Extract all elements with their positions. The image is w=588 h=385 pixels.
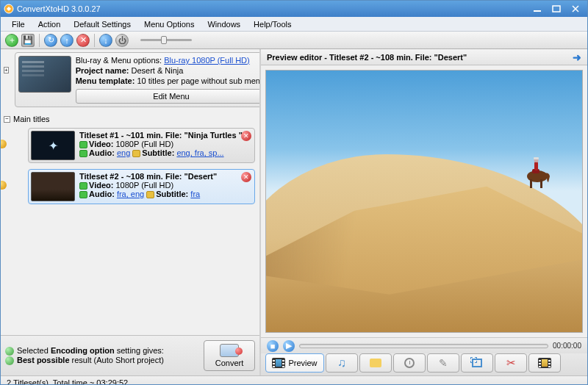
menu-bar: File Action Default Settings Menu Option… — [1, 17, 587, 32]
download-button[interactable]: ↓ — [99, 34, 112, 47]
play-button[interactable]: ▶ — [283, 340, 295, 352]
collapse-icon[interactable]: − — [4, 116, 10, 123]
seek-bar[interactable] — [299, 344, 548, 348]
bluray-options-label: Blu-ray & Menu options: — [76, 56, 162, 65]
zoom-slider[interactable] — [140, 39, 192, 41]
preview-header: Preview editor - Titleset #2 - ~108 min.… — [261, 49, 587, 65]
add-mini-icon[interactable] — [1, 181, 7, 190]
delete-titleset-button[interactable]: ✕ — [241, 172, 251, 182]
time-display: 00:00:00 — [553, 342, 581, 350]
power-button[interactable]: ⏻ — [115, 34, 129, 47]
audio-link[interactable]: fra, eng — [117, 190, 144, 198]
project-tree: + Blu-ray & Menu options: Blu-ray 1080P … — [1, 49, 259, 335]
delete-titleset-button[interactable]: ✕ — [241, 131, 251, 141]
minimize-button[interactable] — [528, 3, 546, 15]
bluray-options-link[interactable]: Blu-ray 1080P (Full HD) — [164, 56, 250, 65]
clock-icon — [403, 358, 416, 368]
audio-label: Audio: — [89, 190, 115, 198]
right-panel: Preview editor - Titleset #2 - ~108 min.… — [261, 49, 587, 375]
tab-resize[interactable] — [461, 353, 493, 373]
status-dot-icon — [5, 347, 14, 356]
add-mini-icon[interactable] — [1, 140, 7, 148]
video-value: 1080P (Full HD) — [115, 181, 173, 190]
titleset-header: Titleset #2 - ~108 min. File: "Desert" — [79, 172, 217, 181]
svg-rect-1 — [534, 10, 541, 12]
audio-link[interactable]: eng — [117, 148, 130, 157]
subtitle-badge-icon — [132, 150, 140, 157]
video-label: Video: — [89, 140, 113, 148]
project-box: Blu-ray & Menu options: Blu-ray 1080P (F… — [15, 52, 259, 107]
convert-icon — [220, 344, 239, 357]
tab-chapters[interactable] — [393, 353, 426, 373]
svg-rect-4 — [530, 179, 532, 188]
project-name-label: Project name: — [76, 66, 129, 75]
project-name-value: Desert & Ninja — [131, 66, 183, 75]
subtitle-label: Subtitle: — [156, 190, 188, 198]
up-button[interactable]: ↑ — [60, 34, 74, 47]
menu-template-label: Menu template: — [76, 76, 135, 85]
menu-thumbnail — [18, 56, 71, 93]
stop-button[interactable]: ■ — [267, 340, 279, 352]
svg-rect-2 — [553, 6, 560, 12]
project-info: Blu-ray & Menu options: Blu-ray 1080P (F… — [76, 56, 259, 104]
status-text: 2 Titleset(s), Total time ~ 03:29:52 — [7, 378, 128, 386]
filmstrip-icon — [538, 358, 551, 368]
subtitle-link[interactable]: eng, fra, sp... — [176, 148, 223, 157]
svg-rect-5 — [540, 179, 542, 188]
subtitle-badge-icon — [146, 191, 154, 198]
convert-label: Convert — [215, 359, 244, 367]
menu-file[interactable]: File — [5, 18, 32, 30]
separator — [94, 34, 95, 47]
menu-options[interactable]: Menu Options — [137, 18, 201, 30]
menu-action[interactable]: Action — [32, 18, 68, 30]
main-titles-node: − Main titles + Titleset #1 - ~101 min. … — [4, 113, 255, 204]
tab-subtitles[interactable] — [359, 353, 392, 373]
menu-help[interactable]: Help/Tools — [247, 18, 298, 30]
main-titles-label: Main titles — [13, 115, 50, 123]
left-panel: + Blu-ray & Menu options: Blu-ray 1080P … — [1, 49, 261, 375]
toolbar: ＋ 💾 ↻ ↑ ✕ ↓ ⏻ — [1, 32, 587, 49]
main-area: + Blu-ray & Menu options: Blu-ray 1080P … — [1, 49, 587, 375]
video-label: Video: — [89, 181, 113, 190]
preview-viewport[interactable] — [265, 70, 583, 333]
convert-button[interactable]: Convert — [204, 340, 255, 371]
add-button[interactable]: ＋ — [5, 34, 18, 47]
left-footer: Selected Encoding option setting gives: … — [1, 335, 259, 375]
tab-label: Preview — [288, 359, 317, 367]
tab-preview[interactable]: Preview — [265, 353, 324, 373]
scissors-icon: ✂ — [504, 358, 517, 368]
player-controls: ■ ▶ 00:00:00 — [261, 337, 587, 353]
subtitle-label: Subtitle: — [142, 148, 174, 157]
expand-icon[interactable]: + — [4, 67, 9, 73]
audio-badge-icon — [79, 150, 87, 157]
video-badge-icon — [79, 182, 87, 190]
audio-badge-icon — [79, 191, 87, 198]
maximize-button[interactable] — [548, 3, 565, 15]
edit-menu-button[interactable]: Edit Menu — [76, 89, 259, 104]
close-button[interactable] — [567, 3, 584, 15]
titleset-thumbnail — [31, 131, 75, 160]
menu-default-settings[interactable]: Default Settings — [67, 18, 137, 30]
titleset-1[interactable]: Titleset #1 - ~101 min. File: "Ninja Tur… — [28, 128, 255, 163]
tab-effects[interactable]: ✎ — [427, 353, 459, 373]
save-button[interactable]: 💾 — [21, 34, 35, 47]
refresh-button[interactable]: ↻ — [44, 34, 57, 47]
tab-audio[interactable]: ♫ — [326, 353, 358, 373]
subtitle-link[interactable]: fra — [190, 190, 200, 198]
status-bar: 2 Titleset(s), Total time ~ 03:29:52 — [1, 375, 587, 385]
status-dot-icon — [5, 356, 14, 365]
subtitle-icon — [369, 358, 382, 368]
menu-windows[interactable]: Windows — [201, 18, 247, 30]
music-note-icon: ♫ — [335, 358, 348, 368]
audio-label: Audio: — [89, 148, 115, 157]
next-arrow-icon[interactable]: ➜ — [573, 51, 581, 63]
svg-rect-7 — [534, 162, 538, 170]
tab-merge[interactable] — [528, 353, 561, 373]
video-badge-icon — [79, 141, 87, 148]
tab-cut[interactable]: ✂ — [495, 353, 527, 373]
video-value: 1080P (Full HD) — [115, 140, 173, 148]
resize-icon — [470, 358, 484, 368]
titleset-2[interactable]: Titleset #2 - ~108 min. File: "Desert" V… — [28, 169, 255, 204]
remove-button[interactable]: ✕ — [76, 34, 90, 47]
camel-rider-figure — [517, 154, 553, 190]
